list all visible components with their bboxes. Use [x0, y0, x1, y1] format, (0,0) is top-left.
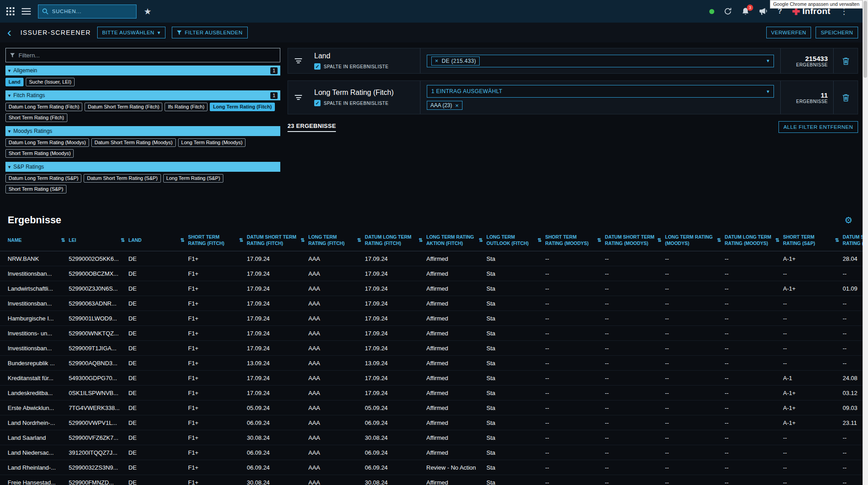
filter-section-header[interactable]: ▾Fitch Ratings1 [5, 90, 280, 100]
filter-chip[interactable]: Datum Short Term Rating (Fitch) [85, 103, 162, 111]
sort-icon[interactable]: ⇅ [61, 237, 65, 243]
column-header[interactable]: SHORT TERM RATING (FITCH)⇅ [188, 234, 247, 246]
refresh-icon[interactable] [724, 7, 732, 15]
column-header[interactable]: SHORT TERM RATING (MOODYS)⇅ [545, 234, 605, 246]
column-header[interactable]: NAME⇅ [8, 237, 69, 243]
table-row[interactable]: NRW.BANK52990002O5KK6...DEF1+17.09.24AAA… [0, 251, 863, 266]
sort-icon[interactable]: ⇅ [121, 237, 125, 243]
column-header[interactable]: DATUM LONG TERM RATING (FITCH)⇅ [365, 234, 426, 246]
checkbox-checked-icon[interactable]: ✓ [314, 100, 321, 106]
filter-chip[interactable]: Long Term Rating (S&P) [163, 174, 223, 183]
table-row[interactable]: Investitions- un...529900WNKTQZ...DEF1+1… [0, 326, 863, 341]
column-header[interactable]: LAND⇅ [128, 237, 188, 243]
checkbox-checked-icon[interactable]: ✓ [314, 63, 321, 70]
table-row[interactable]: Investitionsban...52990063ADNR...DEF1+17… [0, 296, 863, 311]
column-header[interactable]: DATUM SHORT TERM RATING (S&P)⇅ [843, 234, 863, 246]
filter-chip[interactable]: Suche (Issuer, LEI) [26, 78, 75, 86]
land-value-select[interactable]: × DE (215.433) ▾ [427, 55, 774, 67]
discard-button[interactable]: VERWERFEN [766, 27, 811, 38]
filter-chip[interactable]: Long Term Rating (Moodys) [178, 138, 246, 147]
filter-section-header[interactable]: ▾Moodys Ratings [5, 126, 280, 136]
table-row[interactable]: Land Nordrhein-...529900VWPV1L...DEF1+06… [0, 415, 863, 430]
column-header[interactable]: LONG TERM RATING (MOODYS)⇅ [665, 234, 725, 246]
sort-icon[interactable]: ⇅ [357, 237, 361, 243]
filter-chip[interactable]: Datum Short Term Rating (S&P) [84, 174, 160, 183]
remove-value-icon[interactable]: × [435, 58, 439, 64]
selected-value-chip[interactable]: × DE (215.433) [431, 57, 480, 66]
column-header[interactable]: LONG TERM RATING AKTION (FITCH)⇅ [426, 234, 486, 246]
hide-filters-button[interactable]: FILTER AUSBLENDEN [172, 27, 248, 38]
filter-chip[interactable]: Long Term Rating (Fitch) [210, 103, 275, 111]
apps-grid-icon[interactable] [6, 7, 14, 15]
sort-icon[interactable]: ⇅ [239, 237, 243, 243]
sort-icon[interactable]: ⇅ [717, 237, 721, 243]
drag-handle-icon[interactable] [288, 48, 309, 73]
filter-chip[interactable]: Short Term Rating (S&P) [5, 185, 66, 193]
favorite-star-icon[interactable]: ★ [144, 6, 151, 17]
column-header[interactable]: DATUM SHORT TERM RATING (MOODYS)⇅ [605, 234, 665, 246]
selected-value-chip[interactable]: AAA (23) × [427, 101, 462, 110]
column-header[interactable]: SHORT TERM RATING (S&P)⇅ [783, 234, 843, 246]
filter-section-header[interactable]: ▾S&P Ratings [5, 162, 280, 172]
sort-icon[interactable]: ⇅ [657, 237, 661, 243]
table-row[interactable]: Kreditanstalt für...549300GDPG70...DEF1+… [0, 371, 863, 386]
column-header[interactable]: LEI⇅ [69, 237, 128, 243]
save-button[interactable]: SPEICHERN [816, 27, 858, 38]
table-row[interactable]: Bundesrepublik ...529900AQBND3...DEF1+13… [0, 356, 863, 371]
column-in-results-toggle[interactable]: ✓ SPALTE IN ERGEBNISLISTE [314, 63, 415, 70]
sort-icon[interactable]: ⇅ [479, 237, 483, 243]
table-cell: -- [545, 479, 605, 485]
column-header[interactable]: LONG TERM OUTLOOK (FITCH)⇅ [486, 234, 545, 246]
table-row[interactable]: Landwirtschaftli...529900Z3J0N6S...DEF1+… [0, 281, 863, 296]
filter-chip[interactable]: Land [5, 78, 24, 86]
sort-icon[interactable]: ⇅ [301, 237, 305, 243]
column-header[interactable]: DATUM LONG TERM RATING (MOODYS)⇅ [725, 234, 783, 246]
table-row[interactable]: Investitionsban...5299009T1JIGA...DEF1+1… [0, 341, 863, 356]
column-header[interactable]: LONG TERM RATING (FITCH)⇅ [308, 234, 365, 246]
sort-icon[interactable]: ⇅ [180, 237, 184, 243]
rating-value-select[interactable]: 1 EINTRAG AUSGEWÄHLT ▾ [427, 85, 774, 98]
table-row[interactable]: Hamburgische I...5299001LWOD9...DEF1+17.… [0, 311, 863, 326]
filter-chip[interactable]: Datum Short Term Rating (Moodys) [91, 138, 176, 147]
filter-chip[interactable]: Datum Long Term Rating (Moodys) [5, 138, 89, 147]
sort-icon[interactable]: ⇅ [597, 237, 601, 243]
filter-chip[interactable]: Short Term Rating (Fitch) [5, 113, 67, 122]
drag-handle-icon[interactable] [288, 81, 309, 114]
filter-chip[interactable]: Datum Long Term Rating (S&P) [5, 174, 81, 183]
notifications-bell-icon[interactable]: 3 [741, 7, 750, 16]
filter-chip[interactable]: Short Term Rating (Moodys) [5, 149, 74, 158]
table-row[interactable]: Erste Abwicklun...7TG4VWERK338...DEF1+05… [0, 400, 863, 415]
column-header[interactable]: DATUM SHORT TERM RATING (FITCH)⇅ [247, 234, 308, 246]
preset-select[interactable]: BITTE AUSWÄHLEN ▾ [97, 27, 165, 38]
table-cell: -- [545, 285, 605, 292]
filter-search-input[interactable]: Filtern... [5, 48, 280, 62]
remove-value-icon[interactable]: × [455, 103, 459, 108]
menu-icon[interactable] [22, 8, 31, 15]
filter-chip[interactable]: Ifs Rating (Fitch) [165, 103, 208, 111]
table-row[interactable]: Land Saarland529900VFZ6ZK7...DEF1+30.08.… [0, 430, 863, 445]
sort-icon[interactable]: ⇅ [419, 237, 423, 243]
filter-section-header[interactable]: ▾Allgemein1 [5, 66, 280, 75]
delete-filter-button[interactable] [833, 81, 858, 114]
table-row[interactable]: Land Rheinland-...52990032ZS3N9...DEF1+0… [0, 460, 863, 475]
sort-icon[interactable]: ⇅ [835, 237, 839, 243]
table-settings-gear-icon[interactable]: ⚙ [844, 215, 853, 226]
table-row[interactable]: Investitionsban...529900OBCZMX...DEF1+17… [0, 266, 863, 281]
clear-all-filters-button[interactable]: ALLE FILTER ENTFERNEN [778, 121, 858, 133]
table-row[interactable]: Land Niedersac...391200ITQQZ7J...DEF1+06… [0, 445, 863, 460]
scrollbar-thumb[interactable] [863, 1, 867, 78]
delete-filter-button[interactable] [833, 48, 858, 73]
result-count-label: ERGEBNISSE [796, 99, 828, 104]
filter-chip[interactable]: Datum Long Term Rating (Fitch) [5, 103, 82, 111]
table-cell: 5299001LWOD9... [69, 315, 128, 322]
sort-icon[interactable]: ⇅ [538, 237, 542, 243]
column-toggle-label: SPALTE IN ERGEBNISLISTE [324, 101, 388, 106]
table-row[interactable]: Freie Hansestad...529900FMNZD...DEF1+30.… [0, 475, 863, 485]
sort-icon[interactable]: ⇅ [775, 237, 779, 243]
search-input[interactable]: SUCHEN... [38, 5, 137, 19]
table-row[interactable]: Landeskreditba...0SK1ILSPWNVB...DEF1+17.… [0, 386, 863, 400]
browser-scrollbar[interactable] [863, 0, 868, 485]
back-button[interactable]: ‹ [5, 26, 14, 39]
column-in-results-toggle[interactable]: ✓ SPALTE IN ERGEBNISLISTE [314, 100, 415, 106]
announcements-megaphone-icon[interactable] [759, 8, 768, 15]
